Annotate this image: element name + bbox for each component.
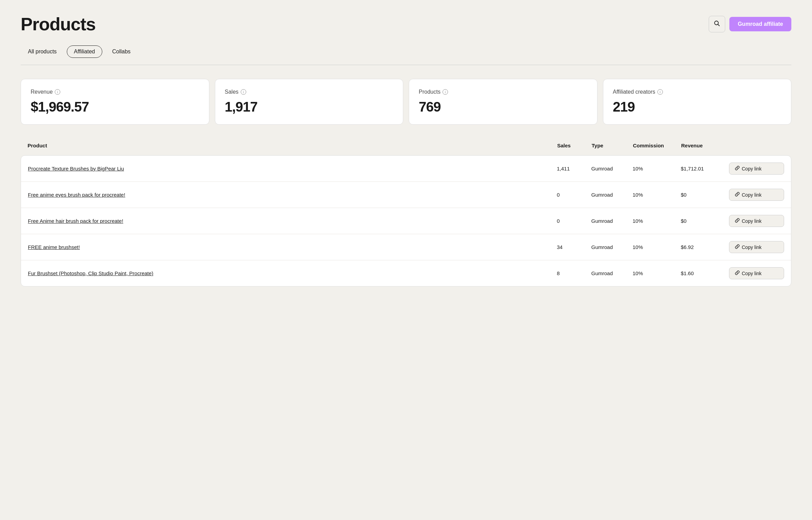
tab-affiliated[interactable]: Affiliated bbox=[67, 45, 102, 58]
search-icon bbox=[714, 20, 720, 29]
tab-collabs[interactable]: Collabs bbox=[105, 45, 138, 58]
table-row: Procreate Texture Brushes by BigPear Liu… bbox=[21, 156, 791, 182]
product-link[interactable]: FREE anime brushset! bbox=[28, 244, 557, 250]
stat-card-sales: Sales i 1,917 bbox=[215, 79, 404, 125]
table-row: FREE anime brushset! 34 Gumroad 10% $6.9… bbox=[21, 234, 791, 260]
cell-sales: 0 bbox=[557, 192, 591, 198]
col-header-revenue: Revenue bbox=[681, 143, 729, 148]
stats-grid: Revenue i $1,969.57 Sales i 1,917 Produc… bbox=[21, 79, 791, 125]
cell-type: Gumroad bbox=[591, 218, 633, 224]
table-row: Free Anime hair brush pack for procreate… bbox=[21, 208, 791, 234]
svg-line-1 bbox=[718, 24, 719, 25]
link-icon bbox=[735, 270, 740, 276]
table-header: Product Sales Type Commission Revenue bbox=[21, 138, 791, 153]
copy-link-button[interactable]: Copy link bbox=[729, 215, 784, 227]
revenue-info-icon: i bbox=[55, 89, 60, 95]
cell-revenue: $0 bbox=[681, 192, 729, 198]
stat-value-sales: 1,917 bbox=[225, 99, 394, 115]
cell-revenue: $1,712.01 bbox=[681, 166, 729, 171]
table-row: Free anime eyes brush pack for procreate… bbox=[21, 182, 791, 208]
link-icon bbox=[735, 218, 740, 224]
page-title: Products bbox=[21, 14, 95, 34]
cell-sales: 34 bbox=[557, 244, 591, 250]
stat-value-products: 769 bbox=[419, 99, 587, 115]
cell-type: Gumroad bbox=[591, 192, 633, 198]
cell-type: Gumroad bbox=[591, 166, 633, 171]
cell-commission: 10% bbox=[633, 166, 681, 171]
cell-revenue: $1.60 bbox=[681, 270, 729, 276]
copy-link-button[interactable]: Copy link bbox=[729, 241, 784, 253]
table-body: Procreate Texture Brushes by BigPear Liu… bbox=[21, 155, 791, 287]
products-table: Product Sales Type Commission Revenue Pr… bbox=[21, 138, 791, 287]
cell-commission: 10% bbox=[633, 244, 681, 250]
cell-commission: 10% bbox=[633, 218, 681, 224]
cell-commission: 10% bbox=[633, 270, 681, 276]
tab-all-products[interactable]: All products bbox=[21, 45, 64, 58]
cell-revenue: $6.92 bbox=[681, 244, 729, 250]
stat-label-sales: Sales i bbox=[225, 89, 394, 95]
product-link[interactable]: Fur Brushset (Photoshop, Clip Studio Pai… bbox=[28, 270, 557, 276]
page-header: Products Gumroad affiliate bbox=[21, 14, 791, 34]
stat-label-revenue: Revenue i bbox=[31, 89, 199, 95]
col-header-action bbox=[729, 143, 784, 148]
col-header-type: Type bbox=[592, 143, 633, 148]
col-header-commission: Commission bbox=[633, 143, 681, 148]
cell-type: Gumroad bbox=[591, 270, 633, 276]
col-header-sales: Sales bbox=[557, 143, 592, 148]
sales-info-icon: i bbox=[241, 89, 246, 95]
affiliated-creators-info-icon: i bbox=[657, 89, 663, 95]
stat-card-revenue: Revenue i $1,969.57 bbox=[21, 79, 209, 125]
cell-sales: 8 bbox=[557, 270, 591, 276]
cell-revenue: $0 bbox=[681, 218, 729, 224]
cell-commission: 10% bbox=[633, 192, 681, 198]
stat-value-revenue: $1,969.57 bbox=[31, 99, 199, 115]
table-row: Fur Brushset (Photoshop, Clip Studio Pai… bbox=[21, 260, 791, 286]
stat-label-affiliated-creators: Affiliated creators i bbox=[613, 89, 782, 95]
cell-sales: 0 bbox=[557, 218, 591, 224]
product-link[interactable]: Procreate Texture Brushes by BigPear Liu bbox=[28, 166, 557, 171]
gumroad-affiliate-button[interactable]: Gumroad affiliate bbox=[729, 17, 791, 31]
link-icon bbox=[735, 192, 740, 198]
product-link[interactable]: Free Anime hair brush pack for procreate… bbox=[28, 218, 557, 224]
link-icon bbox=[735, 166, 740, 171]
products-info-icon: i bbox=[443, 89, 448, 95]
stat-card-affiliated-creators: Affiliated creators i 219 bbox=[603, 79, 792, 125]
cell-type: Gumroad bbox=[591, 244, 633, 250]
tab-bar: All products Affiliated Collabs bbox=[21, 45, 791, 65]
product-link[interactable]: Free anime eyes brush pack for procreate… bbox=[28, 192, 557, 198]
stat-card-products: Products i 769 bbox=[409, 79, 597, 125]
col-header-product: Product bbox=[28, 143, 557, 148]
stat-value-affiliated-creators: 219 bbox=[613, 99, 782, 115]
link-icon bbox=[735, 244, 740, 250]
copy-link-button[interactable]: Copy link bbox=[729, 163, 784, 175]
cell-sales: 1,411 bbox=[557, 166, 591, 171]
header-actions: Gumroad affiliate bbox=[709, 16, 791, 32]
copy-link-button[interactable]: Copy link bbox=[729, 189, 784, 201]
copy-link-button[interactable]: Copy link bbox=[729, 267, 784, 279]
stat-label-products: Products i bbox=[419, 89, 587, 95]
search-button[interactable] bbox=[709, 16, 725, 32]
